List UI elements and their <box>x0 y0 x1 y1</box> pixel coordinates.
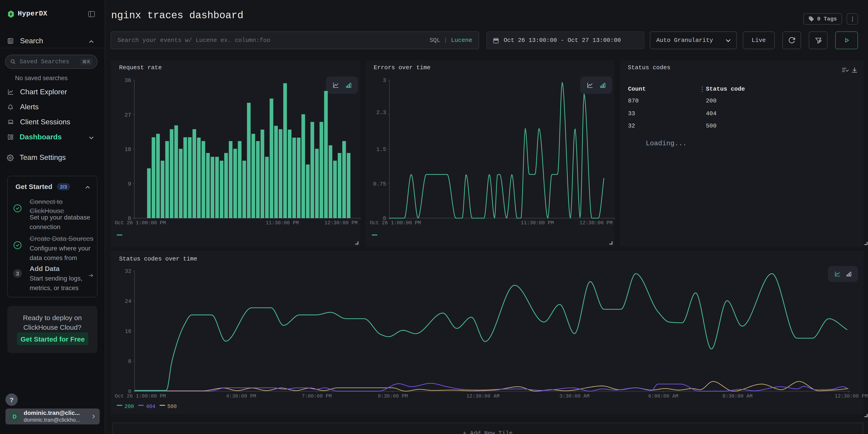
svg-text:32: 32 <box>125 268 131 274</box>
svg-text:200: 200 <box>124 404 134 410</box>
svg-text:500: 500 <box>167 404 177 410</box>
svg-text:18: 18 <box>124 146 131 152</box>
svg-text:7:00:00 PM: 7:00:00 PM <box>302 394 332 399</box>
svg-text:1.5: 1.5 <box>376 146 386 152</box>
svg-text:404: 404 <box>146 404 155 410</box>
svg-text:12:30:00 PM: 12:30:00 PM <box>324 220 357 226</box>
svg-text:11:30:00 PM: 11:30:00 PM <box>266 220 299 226</box>
svg-text:27: 27 <box>124 112 131 118</box>
svg-text:36: 36 <box>124 77 131 83</box>
svg-text:Oct 26 1:00:00 PM: Oct 26 1:00:00 PM <box>115 220 165 226</box>
svg-text:0.75: 0.75 <box>373 181 386 187</box>
svg-text:12:30:00 PM: 12:30:00 PM <box>835 394 868 399</box>
svg-text:12:30:00 AM: 12:30:00 AM <box>466 394 499 399</box>
svg-text:8: 8 <box>128 359 131 365</box>
svg-text:Oct 26 1:00:00 PM: Oct 26 1:00:00 PM <box>370 220 421 226</box>
svg-text:8:30:00 AM: 8:30:00 AM <box>722 394 752 399</box>
svg-text:3:30:00 AM: 3:30:00 AM <box>559 394 589 399</box>
svg-text:6:00:00 AM: 6:00:00 AM <box>648 394 678 399</box>
svg-text:4:30:00 PM: 4:30:00 PM <box>226 394 256 399</box>
svg-text:16: 16 <box>125 328 131 335</box>
svg-text:3: 3 <box>383 77 386 83</box>
svg-text:12:30:00 PM: 12:30:00 PM <box>579 220 612 226</box>
svg-text:2.3: 2.3 <box>376 109 386 116</box>
svg-text:11:30:00 PM: 11:30:00 PM <box>521 220 554 226</box>
svg-text:9:30:00 PM: 9:30:00 PM <box>377 394 408 399</box>
svg-text:Oct 26 1:00:00 PM: Oct 26 1:00:00 PM <box>115 394 165 399</box>
svg-text:24: 24 <box>125 298 131 304</box>
svg-text:0: 0 <box>128 389 131 395</box>
svg-text:9: 9 <box>128 181 131 187</box>
